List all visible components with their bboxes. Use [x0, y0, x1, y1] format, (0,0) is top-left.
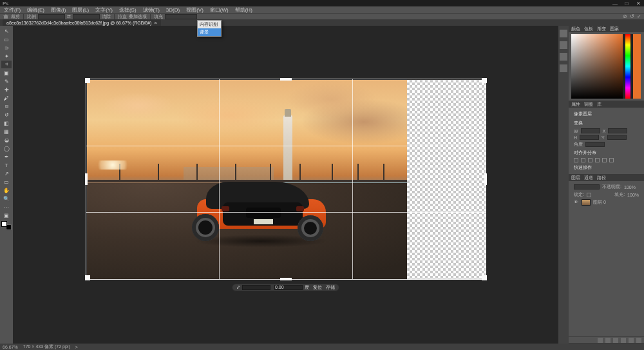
align-m[interactable]	[602, 158, 607, 162]
align-t[interactable]	[595, 158, 600, 162]
commit-crop-icon[interactable]: ✓	[637, 14, 641, 19]
straighten-button[interactable]: 拉直	[118, 14, 127, 20]
ratio-w-input[interactable]	[38, 14, 65, 19]
stamp-tool[interactable]: ⧈	[1, 102, 12, 110]
layer-thumb[interactable]	[582, 199, 591, 206]
type-tool[interactable]: T	[1, 161, 12, 169]
adjustment-icon[interactable]	[613, 338, 618, 343]
window-minimize[interactable]: —	[612, 1, 618, 6]
fx-icon[interactable]	[598, 338, 603, 343]
cancel-crop-icon[interactable]: ⊘	[623, 14, 627, 19]
crop-angle-input[interactable]	[274, 285, 303, 290]
opacity-value[interactable]: 100%	[624, 185, 636, 190]
align-r[interactable]	[588, 158, 592, 162]
home-icon[interactable]	[3, 14, 9, 19]
ratio-h-input[interactable]	[73, 14, 100, 19]
layer-name[interactable]: 图层 0	[593, 199, 639, 206]
panel-icon-4[interactable]	[560, 64, 567, 72]
angle-input[interactable]	[585, 142, 605, 147]
trash-icon[interactable]	[636, 338, 641, 343]
fill-option-aware[interactable]: 内容识别	[198, 21, 221, 28]
menu-file[interactable]: 文件(F)	[4, 6, 21, 14]
eye-icon[interactable]: 👁	[574, 200, 579, 205]
more-tools[interactable]: ⋯	[1, 203, 12, 211]
eyedropper-tool[interactable]: ✎	[1, 77, 12, 85]
layer-row[interactable]: 👁 图层 0	[571, 199, 641, 206]
gradient-tool[interactable]: ▦	[1, 128, 12, 135]
reset-crop-icon[interactable]: ↺	[630, 14, 634, 19]
panel-icon-1[interactable]	[560, 30, 567, 37]
mask-icon[interactable]	[605, 338, 611, 343]
color-swatches[interactable]	[1, 221, 12, 230]
color-picker[interactable]	[571, 34, 641, 99]
brush-tool[interactable]: 🖌	[1, 94, 12, 102]
window-maximize[interactable]: □	[623, 1, 630, 6]
panel-icon-2[interactable]	[560, 41, 567, 49]
align-l[interactable]	[574, 158, 578, 162]
crop-save-button[interactable]: 存储	[326, 284, 335, 291]
menu-help[interactable]: 帮助(H)	[235, 6, 252, 14]
screen-mode[interactable]: ▣	[1, 211, 12, 219]
menu-type[interactable]: 文字(Y)	[95, 6, 113, 14]
tab-adjust[interactable]: 调整	[584, 101, 593, 108]
w-input[interactable]	[581, 128, 600, 133]
menu-select[interactable]: 选择(S)	[119, 6, 137, 14]
fill-option-background[interactable]: 背景	[198, 28, 221, 36]
menu-view[interactable]: 视图(V)	[186, 6, 204, 14]
tab-libraries[interactable]: 库	[597, 101, 601, 108]
blend-mode[interactable]	[574, 184, 600, 190]
tab-grad[interactable]: 渐变	[597, 26, 606, 32]
eraser-tool[interactable]: ◧	[1, 119, 12, 127]
tab-channels[interactable]: 通道	[584, 175, 593, 181]
menu-filter[interactable]: 滤镜(T)	[143, 6, 160, 14]
close-tab-icon[interactable]: ×	[154, 21, 156, 25]
tab-properties[interactable]: 属性	[571, 101, 580, 108]
tab-swatch[interactable]: 色板	[584, 26, 593, 32]
chevron-right-icon[interactable]: >	[75, 345, 78, 349]
swap-icon[interactable]: ⇄	[67, 14, 71, 19]
group-icon[interactable]	[621, 338, 626, 343]
crop-reset-button[interactable]: 复位	[313, 284, 322, 291]
panel-icon-3[interactable]	[560, 53, 567, 61]
wand-tool[interactable]: ✦	[1, 52, 12, 60]
y-input[interactable]	[607, 135, 627, 140]
h-input[interactable]	[580, 135, 599, 140]
lasso-tool[interactable]: ⊃	[1, 44, 12, 52]
fill-select[interactable]	[165, 14, 197, 19]
tab-color[interactable]: 颜色	[571, 26, 580, 32]
tab-layers[interactable]: 图层	[571, 175, 580, 181]
history-brush[interactable]: ↺	[1, 111, 12, 119]
zoom-status[interactable]: 66.67%	[3, 345, 18, 349]
menu-window[interactable]: 窗口(W)	[210, 6, 229, 14]
lock-icon[interactable]	[587, 193, 591, 197]
healing-tool[interactable]: ✚	[1, 86, 12, 93]
align-b[interactable]	[609, 158, 614, 162]
marquee-tool[interactable]: ▭	[1, 35, 12, 43]
hand-tool[interactable]: ✋	[1, 186, 12, 194]
tab-paths[interactable]: 路径	[597, 175, 606, 181]
menu-3d[interactable]: 3D(D)	[166, 7, 180, 13]
move-tool[interactable]: ↖	[1, 27, 12, 35]
align-c[interactable]	[581, 158, 585, 162]
menu-edit[interactable]: 编辑(E)	[27, 6, 44, 14]
crop-size-input[interactable]	[242, 285, 270, 290]
blur-tool[interactable]: ◒	[1, 136, 12, 144]
fill-value[interactable]: 100%	[627, 193, 639, 197]
crop-tool[interactable]: ⌗	[1, 61, 12, 68]
canvas[interactable]: ⤢ 度 复位 存储	[13, 26, 558, 344]
tab-pattern[interactable]: 图案	[610, 26, 619, 32]
dodge-tool[interactable]: ◯	[1, 144, 12, 152]
pen-tool[interactable]: ✒	[1, 153, 12, 160]
clear-button[interactable]: 清除	[102, 14, 111, 20]
zoom-tool[interactable]: 🔍	[1, 195, 12, 202]
menu-image[interactable]: 图像(I)	[51, 6, 66, 14]
new-layer-icon[interactable]	[629, 338, 634, 343]
frame-tool[interactable]: ▣	[1, 69, 12, 77]
document-tab[interactable]: a8ec8a13632762d0d4c3c8baafec08fa513dc62f…	[3, 19, 161, 26]
path-tool[interactable]: ↗	[1, 170, 12, 177]
x-input[interactable]	[608, 128, 627, 133]
overlay-options[interactable]: 叠加选项	[129, 14, 147, 20]
shape-tool[interactable]: ▭	[1, 178, 12, 186]
window-close[interactable]: ✕	[635, 1, 641, 6]
menu-layer[interactable]: 图层(L)	[72, 6, 89, 14]
